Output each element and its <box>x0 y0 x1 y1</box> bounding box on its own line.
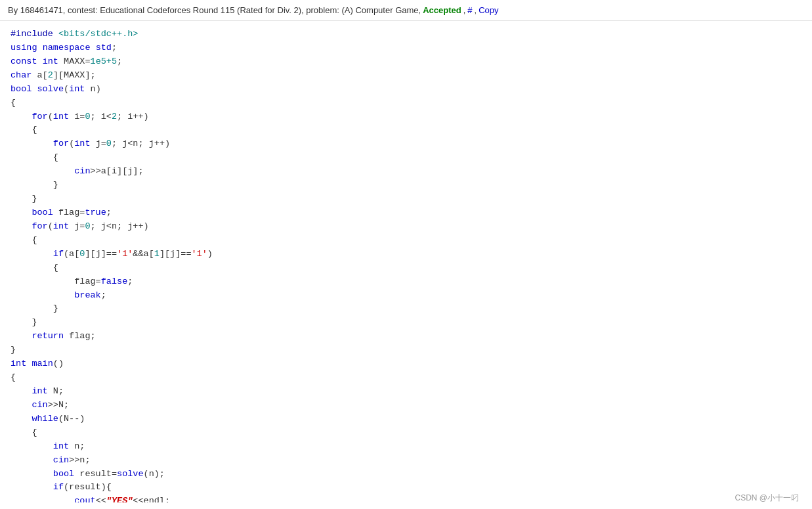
header-bar: By 168461471, contest: Educational Codef… <box>0 0 812 21</box>
code-block: #include <bits/stdc++.h> using namespace… <box>11 28 801 502</box>
page-container: By 168461471, contest: Educational Codef… <box>0 0 812 509</box>
header-text: By 168461471, contest: Educational Codef… <box>8 5 421 15</box>
copy-link[interactable]: Copy <box>479 5 498 15</box>
code-area[interactable]: #include <bits/stdc++.h> using namespace… <box>0 21 812 502</box>
hash-link[interactable]: # <box>467 5 472 15</box>
header-comma2: , <box>475 5 477 15</box>
header-comma: , <box>463 5 466 15</box>
accepted-badge: Accepted <box>423 5 461 15</box>
watermark: CSDN @小十一叼 <box>735 493 799 504</box>
